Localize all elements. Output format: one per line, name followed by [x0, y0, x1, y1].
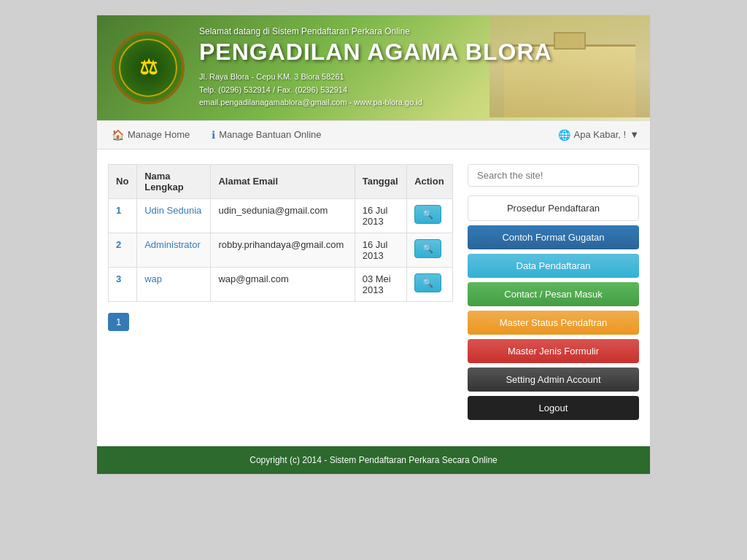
cell-date-3: 03 Mei2013 — [355, 267, 406, 301]
cell-email-3: wap@gmail.com — [211, 267, 355, 301]
col-tanggal: Tanggal — [355, 164, 406, 198]
logo: ⚖ — [112, 31, 185, 104]
cell-no-2: 2 — [109, 233, 137, 267]
cell-action-2: 🔍 — [407, 233, 453, 267]
data-pendaftaran-button[interactable]: Data Pendaftaran — [468, 254, 639, 278]
page-wrapper: ⚖ Selamat datang di Sistem Pendaftaran P… — [96, 15, 651, 475]
user-globe-icon: 🌐 — [558, 129, 570, 141]
view-btn-1[interactable]: 🔍 — [414, 205, 441, 224]
cell-date-2: 16 Jul2013 — [355, 233, 406, 267]
col-no: No — [109, 164, 137, 198]
col-email: Alamat Email — [211, 164, 355, 198]
view-btn-3[interactable]: 🔍 — [414, 273, 441, 292]
cell-nama-1: Udin Sedunia — [137, 198, 211, 233]
cell-email-2: robby.prihandaya@gmail.com — [211, 233, 355, 267]
home-icon: 🏠 — [112, 129, 124, 141]
dropdown-arrow-icon: ▼ — [630, 129, 639, 140]
footer-text: Copyright (c) 2014 - Sistem Pendaftaran … — [249, 455, 498, 465]
navbar: 🏠 Manage Home ℹ Manage Bantuan Online 🌐 … — [97, 120, 650, 149]
logo-emblem: ⚖ — [139, 55, 158, 79]
cell-action-3: 🔍 — [407, 267, 453, 301]
main-content: No NamaLengkap Alamat Email Tanggal Acti… — [97, 149, 650, 439]
data-table: No NamaLengkap Alamat Email Tanggal Acti… — [108, 164, 453, 302]
user-greeting: Apa Kabar, ! — [574, 129, 627, 140]
col-action: Action — [407, 164, 453, 198]
cell-date-1: 16 Jul2013 — [355, 198, 406, 233]
col-nama: NamaLengkap — [137, 164, 211, 198]
contact-pesan-masuk-button[interactable]: Contact / Pesan Masuk — [468, 282, 639, 306]
nav-manage-home-label: Manage Home — [128, 129, 190, 140]
header-address: Jl. Raya Blora - Cepu KM. 3 Blora 58261 … — [199, 71, 635, 109]
nav-left: 🏠 Manage Home ℹ Manage Bantuan Online — [108, 123, 558, 147]
nav-manage-home[interactable]: 🏠 Manage Home — [108, 123, 193, 147]
cell-nama-2: Administrator — [137, 233, 211, 267]
header-text: Selamat datang di Sistem Pendaftaran Per… — [199, 26, 635, 109]
view-btn-2[interactable]: 🔍 — [414, 239, 441, 258]
search-input[interactable] — [468, 164, 639, 187]
address-line2: Telp. (0296) 532914 / Fax. (0296) 532914 — [199, 84, 635, 97]
right-panel: Prosedur Pendaftaran Contoh Format Gugat… — [468, 164, 639, 424]
nav-user-menu[interactable]: 🌐 Apa Kabar, ! ▼ — [558, 129, 639, 141]
header-banner: ⚖ Selamat datang di Sistem Pendaftaran P… — [97, 15, 650, 120]
master-status-pendaftran-button[interactable]: Master Status Pendaftran — [468, 311, 639, 335]
info-icon: ℹ — [212, 129, 215, 141]
setting-admin-account-button[interactable]: Setting Admin Account — [468, 368, 639, 392]
cell-no-1: 1 — [109, 198, 137, 233]
logo-inner: ⚖ — [119, 39, 177, 97]
cell-email-1: udin_sedunia@gmail.com — [211, 198, 355, 233]
nav-manage-bantuan[interactable]: ℹ Manage Bantuan Online — [208, 123, 325, 147]
left-panel: No NamaLengkap Alamat Email Tanggal Acti… — [108, 164, 453, 424]
prosedur-pendaftaran-button[interactable]: Prosedur Pendaftaran — [468, 195, 639, 221]
table-row: 2 Administrator robby.prihandaya@gmail.c… — [109, 233, 453, 267]
contoh-format-gugatan-button[interactable]: Contoh Format Gugatan — [468, 225, 639, 249]
pagination: 1 — [108, 313, 453, 331]
header-title: PENGADILAN AGAMA BLORA — [199, 39, 635, 65]
footer: Copyright (c) 2014 - Sistem Pendaftaran … — [97, 446, 650, 474]
cell-action-1: 🔍 — [407, 198, 453, 233]
page-1-button[interactable]: 1 — [108, 313, 129, 331]
cell-no-3: 3 — [109, 267, 137, 301]
nav-manage-bantuan-label: Manage Bantuan Online — [219, 129, 321, 140]
cell-nama-3: wap — [137, 267, 211, 301]
header-welcome: Selamat datang di Sistem Pendaftaran Per… — [199, 26, 635, 36]
logout-button[interactable]: Logout — [468, 396, 639, 420]
table-row: 1 Udin Sedunia udin_sedunia@gmail.com 16… — [109, 198, 453, 233]
table-row: 3 wap wap@gmail.com 03 Mei2013 🔍 — [109, 267, 453, 301]
master-jenis-formulir-button[interactable]: Master Jenis Formulir — [468, 339, 639, 363]
table-header-row: No NamaLengkap Alamat Email Tanggal Acti… — [109, 164, 453, 198]
address-line3: email.pengadilanagamablora@gmail.com - w… — [199, 96, 635, 109]
address-line1: Jl. Raya Blora - Cepu KM. 3 Blora 58261 — [199, 71, 635, 84]
